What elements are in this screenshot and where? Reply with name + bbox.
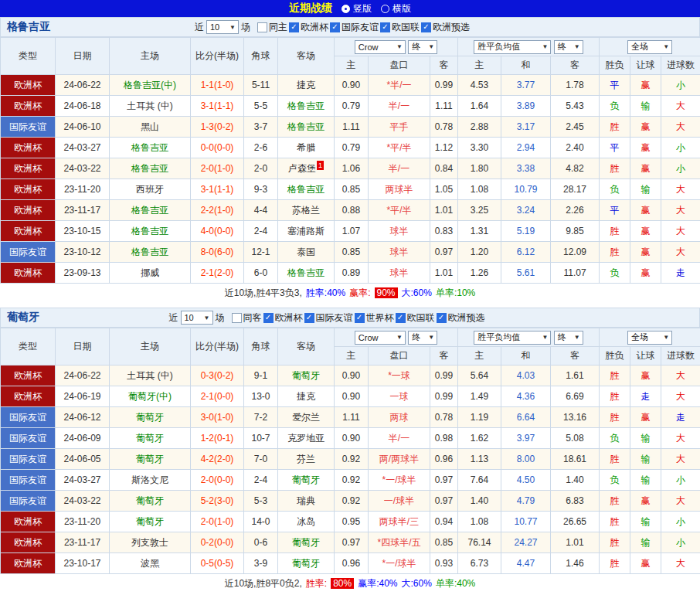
avg-home: 1.08 — [458, 512, 501, 532]
handicap-line: 平手 — [369, 117, 430, 138]
layout-horizontal-option[interactable]: 横版 — [381, 2, 411, 15]
odds-away: 0.94 — [430, 512, 458, 532]
result-handicap: 赢 — [630, 75, 661, 96]
handicap-line: *半/一 — [369, 75, 430, 96]
filter-checkbox-欧洲预选[interactable]: ✓欧洲预选 — [437, 311, 485, 325]
match-date: 24-06-09 — [56, 428, 110, 449]
odds-home: 0.95 — [335, 512, 369, 532]
col-odds-home: 主 — [335, 347, 369, 366]
stat-part: 近10场,胜4平3负3, — [225, 287, 302, 300]
odds-home: 0.92 — [335, 470, 369, 491]
odds-away: 0.99 — [430, 75, 458, 96]
corners: 9-3 — [244, 179, 278, 200]
odds-company-select[interactable]: Crow ▼ — [355, 40, 406, 54]
match-row: 国际友谊24-06-09葡萄牙1-2(0-1)10-7克罗地亚0.90半/一0.… — [1, 428, 700, 449]
away-team: 葡萄牙 — [278, 470, 335, 491]
home-team: 格鲁吉亚 — [110, 221, 191, 242]
match-count-select[interactable]: 10 ▼ — [206, 20, 239, 34]
filter-checkbox-同主[interactable]: 同主 — [257, 21, 287, 34]
scope-select[interactable]: 全场 ▼ — [627, 331, 672, 345]
radio-unselected-icon — [381, 5, 389, 13]
match-score: 4-0(0-0) — [191, 221, 244, 242]
filter-checkbox-国际友谊[interactable]: ✓国际友谊 — [304, 311, 353, 325]
team-section-header: 格鲁吉亚 近 10 ▼ 场 同主✓欧洲杯✓国际友谊✓欧国联✓欧洲预选 — [0, 17, 700, 37]
avg-draw: 3.77 — [501, 75, 551, 96]
chevron-down-icon: ▼ — [663, 43, 669, 50]
match-date: 24-06-10 — [56, 117, 110, 138]
odds-home: 1.11 — [335, 117, 369, 138]
avg-away: 2.26 — [551, 200, 600, 221]
filter-checkbox-欧洲杯[interactable]: ✓欧洲杯 — [289, 21, 328, 34]
stat-part: 胜率:40% — [306, 287, 345, 300]
odds-away: 1.01 — [430, 200, 458, 221]
games-label: 场 — [216, 311, 225, 325]
home-team: 葡萄牙(中) — [110, 386, 191, 407]
filter-label: 欧洲杯 — [301, 21, 328, 34]
checkbox-checked-icon: ✓ — [330, 22, 340, 32]
odds-away: 0.99 — [430, 366, 458, 386]
match-type: 国际友谊 — [1, 470, 56, 491]
filter-checkbox-欧洲预选[interactable]: ✓欧洲预选 — [421, 21, 470, 34]
avg-final-select[interactable]: 终 ▼ — [554, 331, 583, 345]
match-count-select[interactable]: 10 ▼ — [181, 311, 213, 325]
chevron-down-icon: ▼ — [229, 24, 236, 31]
avg-select[interactable]: 胜平负均值 ▼ — [474, 40, 551, 54]
match-row: 欧洲杯23-10-17波黑0-5(0-5)3-9葡萄牙0.96*一/球半0.93… — [1, 553, 700, 574]
result-wdl: 胜 — [600, 366, 630, 386]
filter-label: 同客 — [243, 311, 262, 325]
result-handicap: 赢 — [630, 200, 661, 221]
match-date: 23-09-13 — [56, 263, 110, 284]
col-avg-home: 主 — [458, 56, 501, 75]
filter-label: 欧洲杯 — [275, 311, 303, 325]
col-away: 客场 — [278, 328, 335, 366]
scope-select[interactable]: 全场 ▼ — [627, 40, 672, 54]
match-row: 国际友谊24-06-05葡萄牙4-2(2-0)7-0芬兰0.92两/两球半0.9… — [1, 449, 700, 470]
filter-checkbox-世界杯[interactable]: ✓世界杯 — [355, 311, 394, 325]
result-goals: 小 — [661, 158, 700, 179]
match-row: 欧洲杯23-11-20葡萄牙2-0(1-0)14-0冰岛0.95两球半/三0.9… — [1, 512, 700, 532]
result-goals: 走 — [661, 263, 700, 284]
filter-label: 欧洲预选 — [448, 311, 485, 325]
match-score: 3-0(1-0) — [191, 407, 244, 428]
avg-final-select[interactable]: 终 ▼ — [554, 40, 583, 54]
odds-final-select[interactable]: 终 ▼ — [408, 331, 437, 345]
near-label: 近 — [195, 21, 204, 34]
col-result: 胜负 — [600, 347, 630, 366]
home-team: 斯洛文尼 — [110, 470, 191, 491]
away-team: 格鲁吉亚 — [278, 263, 335, 284]
layout-vertical-option[interactable]: 竖版 — [342, 2, 372, 15]
odds-home: 0.90 — [335, 386, 369, 407]
odds-away: 0.97 — [430, 242, 458, 263]
filter-checkbox-欧国联[interactable]: ✓欧国联 — [380, 21, 420, 34]
col-avg-draw: 和 — [501, 56, 551, 75]
match-date: 24-06-22 — [56, 366, 110, 386]
odds-company-select[interactable]: Crow ▼ — [355, 331, 406, 345]
filter-checkbox-同客[interactable]: 同客 — [232, 311, 262, 325]
corners: 5-5 — [244, 96, 278, 117]
page-title: 近期战绩 — [289, 2, 332, 15]
handicap-line: *四球半/五 — [369, 532, 430, 553]
filter-checkbox-国际友谊[interactable]: ✓国际友谊 — [330, 21, 379, 34]
filter-checkbox-欧洲杯[interactable]: ✓欧洲杯 — [263, 311, 303, 325]
odds-final-select[interactable]: 终 ▼ — [408, 40, 437, 54]
chevron-down-icon: ▼ — [574, 43, 580, 50]
corners: 6-0 — [244, 263, 278, 284]
handicap-line: 两球半 — [369, 179, 430, 200]
result-handicap: 输 — [630, 179, 661, 200]
scope-header-cell: 全场 ▼ — [600, 328, 700, 347]
avg-home: 1.49 — [458, 386, 501, 407]
match-type: 国际友谊 — [1, 407, 56, 428]
result-goals: 大 — [661, 428, 700, 449]
filter-checkbox-欧国联[interactable]: ✓欧国联 — [396, 311, 435, 325]
chevron-down-icon: ▼ — [396, 43, 403, 50]
result-handicap: 赢 — [630, 138, 661, 158]
corners: 10-7 — [244, 428, 278, 449]
filter-label: 世界杯 — [366, 311, 394, 325]
avg-select[interactable]: 胜平负均值 ▼ — [474, 331, 551, 345]
avg-away: 9.85 — [551, 221, 600, 242]
avg-draw: 2.94 — [501, 138, 551, 158]
avg-away: 11.07 — [551, 263, 600, 284]
odds-home: 0.79 — [335, 96, 369, 117]
col-avg-home: 主 — [458, 347, 501, 366]
avg-away: 2.45 — [551, 117, 600, 138]
